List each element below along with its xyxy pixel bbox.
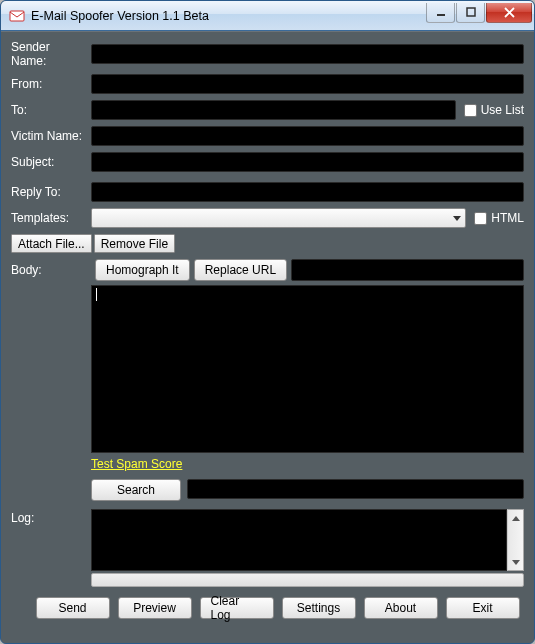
- remove-file-button[interactable]: Remove File: [94, 234, 175, 253]
- settings-button[interactable]: Settings: [282, 597, 356, 619]
- victim-name-label: Victim Name:: [11, 129, 91, 143]
- use-list-label: Use List: [481, 103, 524, 117]
- reply-to-label: Reply To:: [11, 185, 91, 199]
- log-horizontal-scrollbar[interactable]: [91, 573, 524, 587]
- log-label: Log:: [11, 509, 91, 571]
- replace-url-button[interactable]: Replace URL: [194, 259, 287, 281]
- close-button[interactable]: [486, 3, 532, 23]
- body-textarea[interactable]: [91, 285, 524, 453]
- app-window: E-Mail Spoofer Version 1.1 Beta Sender N…: [0, 0, 535, 644]
- test-spam-score-link[interactable]: Test Spam Score: [91, 457, 182, 471]
- body-label: Body:: [11, 263, 91, 277]
- preview-button[interactable]: Preview: [118, 597, 192, 619]
- sender-name-input[interactable]: [91, 44, 524, 64]
- url-input[interactable]: [291, 259, 524, 281]
- reply-to-input[interactable]: [91, 182, 524, 202]
- maximize-button[interactable]: [456, 3, 485, 23]
- exit-button[interactable]: Exit: [446, 597, 520, 619]
- to-input[interactable]: [91, 100, 456, 120]
- html-checkbox[interactable]: [474, 212, 487, 225]
- log-textarea[interactable]: [91, 509, 507, 571]
- window-title: E-Mail Spoofer Version 1.1 Beta: [31, 9, 426, 23]
- svg-rect-2: [467, 8, 475, 16]
- search-input[interactable]: [187, 479, 524, 499]
- subject-input[interactable]: [91, 152, 524, 172]
- from-input[interactable]: [91, 74, 524, 94]
- chevron-down-icon: [453, 216, 461, 221]
- templates-label: Templates:: [11, 211, 91, 225]
- text-cursor: [96, 288, 97, 301]
- html-label: HTML: [491, 211, 524, 225]
- search-button[interactable]: Search: [91, 479, 181, 501]
- minimize-button[interactable]: [426, 3, 455, 23]
- clear-log-button[interactable]: Clear Log: [200, 597, 274, 619]
- scroll-up-icon[interactable]: [508, 510, 523, 526]
- victim-name-input[interactable]: [91, 126, 524, 146]
- sender-name-label: Sender Name:: [11, 40, 91, 68]
- homograph-it-button[interactable]: Homograph It: [95, 259, 190, 281]
- about-button[interactable]: About: [364, 597, 438, 619]
- to-label: To:: [11, 103, 91, 117]
- templates-combo[interactable]: [91, 208, 466, 228]
- titlebar[interactable]: E-Mail Spoofer Version 1.1 Beta: [1, 1, 534, 31]
- log-vertical-scrollbar[interactable]: [507, 509, 524, 571]
- scroll-down-icon[interactable]: [508, 554, 523, 570]
- client-area: Sender Name: From: To: Use List Victim N…: [1, 31, 534, 643]
- app-icon: [9, 8, 25, 24]
- svg-rect-1: [437, 14, 445, 16]
- send-button[interactable]: Send: [36, 597, 110, 619]
- from-label: From:: [11, 77, 91, 91]
- use-list-checkbox[interactable]: [464, 104, 477, 117]
- subject-label: Subject:: [11, 155, 91, 169]
- attach-file-button[interactable]: Attach File...: [11, 234, 92, 253]
- svg-rect-0: [10, 11, 24, 21]
